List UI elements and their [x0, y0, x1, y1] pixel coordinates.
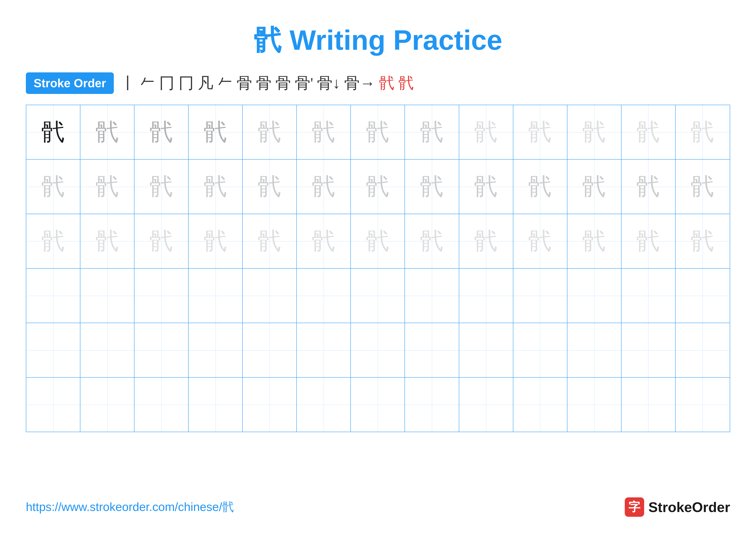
grid-cell-0-11[interactable]: 骮 [622, 105, 676, 159]
grid-cell-4-0[interactable] [26, 323, 80, 377]
grid-cell-4-6[interactable] [351, 323, 405, 377]
grid-cell-4-12[interactable] [676, 323, 730, 377]
grid-cell-2-6[interactable]: 骮 [351, 214, 405, 268]
grid-cell-4-9[interactable] [513, 323, 567, 377]
stroke-step-0: 丨 [120, 73, 136, 93]
grid-cell-3-12[interactable] [676, 268, 730, 323]
grid-cell-0-8[interactable]: 骮 [459, 105, 513, 159]
grid-cell-3-9[interactable] [513, 268, 567, 323]
cell-char-2-1: 骮 [95, 225, 119, 257]
grid-cell-0-0[interactable]: 骮 [26, 105, 80, 159]
cell-char-2-6: 骮 [366, 225, 390, 257]
grid-cell-1-5[interactable]: 骮 [297, 160, 351, 214]
grid-cell-0-6[interactable]: 骮 [351, 105, 405, 159]
grid-cell-1-1[interactable]: 骮 [80, 160, 134, 214]
grid-cell-4-1[interactable] [80, 323, 134, 377]
page: 骮 Writing Practice Stroke Order 丨𠂉冂冂凡𠂉骨骨… [0, 0, 756, 534]
grid-cell-3-4[interactable] [243, 268, 297, 323]
cell-char-0-6: 骮 [366, 116, 390, 148]
grid-cell-0-12[interactable]: 骮 [676, 105, 730, 159]
cell-char-1-10: 骮 [582, 171, 606, 203]
grid-cell-2-12[interactable]: 骮 [676, 214, 730, 268]
stroke-order-badge: Stroke Order [26, 72, 114, 94]
grid-cell-4-4[interactable] [243, 323, 297, 377]
grid-cell-3-2[interactable] [134, 268, 189, 323]
grid-cell-4-11[interactable] [622, 323, 676, 377]
grid-cell-4-10[interactable] [567, 323, 622, 377]
grid-cell-3-10[interactable] [567, 268, 622, 323]
stroke-step-6: 骨 [237, 73, 252, 93]
grid-cell-5-1[interactable] [80, 378, 134, 432]
grid-cell-2-4[interactable]: 骮 [243, 214, 297, 268]
grid-cell-0-4[interactable]: 骮 [243, 105, 297, 159]
grid-cell-2-11[interactable]: 骮 [622, 214, 676, 268]
grid-cell-3-6[interactable] [351, 268, 405, 323]
grid-cell-5-7[interactable] [405, 378, 459, 432]
grid-cell-1-6[interactable]: 骮 [351, 160, 405, 214]
stroke-step-10: 骨↓ [317, 73, 340, 93]
grid-cell-1-4[interactable]: 骮 [243, 160, 297, 214]
grid-cell-1-8[interactable]: 骮 [459, 160, 513, 214]
logo-icon: 字 [625, 497, 644, 517]
grid-cell-1-7[interactable]: 骮 [405, 160, 459, 214]
grid-cell-3-1[interactable] [80, 268, 134, 323]
grid-cell-2-10[interactable]: 骮 [567, 214, 622, 268]
grid-cell-0-7[interactable]: 骮 [405, 105, 459, 159]
grid-cell-0-1[interactable]: 骮 [80, 105, 134, 159]
grid-cell-0-5[interactable]: 骮 [297, 105, 351, 159]
grid-cell-0-2[interactable]: 骮 [134, 105, 189, 159]
grid-cell-5-3[interactable] [189, 378, 243, 432]
grid-cell-5-6[interactable] [351, 378, 405, 432]
grid-cell-1-2[interactable]: 骮 [134, 160, 189, 214]
cell-char-1-2: 骮 [149, 171, 173, 203]
grid-cell-2-0[interactable]: 骮 [26, 214, 80, 268]
grid-cell-4-8[interactable] [459, 323, 513, 377]
grid-cell-0-9[interactable]: 骮 [513, 105, 567, 159]
grid-cell-4-2[interactable] [134, 323, 189, 377]
grid-cell-0-10[interactable]: 骮 [567, 105, 622, 159]
grid-cell-2-7[interactable]: 骮 [405, 214, 459, 268]
grid-cell-2-5[interactable]: 骮 [297, 214, 351, 268]
grid-cell-3-11[interactable] [622, 268, 676, 323]
grid-cell-4-5[interactable] [297, 323, 351, 377]
grid-cell-5-0[interactable] [26, 378, 80, 432]
grid-cell-5-11[interactable] [622, 378, 676, 432]
grid-cell-1-0[interactable]: 骮 [26, 160, 80, 214]
grid-row-0: 骮骮骮骮骮骮骮骮骮骮骮骮骮 [26, 105, 730, 160]
footer-logo: 字 StrokeOrder [625, 497, 730, 517]
grid-cell-3-0[interactable] [26, 268, 80, 323]
grid-cell-2-3[interactable]: 骮 [189, 214, 243, 268]
grid-cell-5-8[interactable] [459, 378, 513, 432]
grid-cell-3-3[interactable] [189, 268, 243, 323]
grid-cell-0-3[interactable]: 骮 [189, 105, 243, 159]
grid-cell-1-3[interactable]: 骮 [189, 160, 243, 214]
grid-cell-5-12[interactable] [676, 378, 730, 432]
grid-cell-1-9[interactable]: 骮 [513, 160, 567, 214]
cell-char-2-5: 骮 [312, 225, 336, 257]
grid-cell-3-8[interactable] [459, 268, 513, 323]
grid-cell-2-9[interactable]: 骮 [513, 214, 567, 268]
grid-cell-1-11[interactable]: 骮 [622, 160, 676, 214]
cell-char-0-12: 骮 [691, 116, 715, 148]
grid-cell-4-7[interactable] [405, 323, 459, 377]
grid-row-1: 骮骮骮骮骮骮骮骮骮骮骮骮骮 [26, 160, 730, 214]
grid-cell-3-5[interactable] [297, 268, 351, 323]
stroke-step-13: 骮 [398, 73, 414, 93]
cell-char-2-4: 骮 [258, 225, 282, 257]
grid-cell-5-2[interactable] [134, 378, 189, 432]
cell-char-0-4: 骮 [258, 116, 282, 148]
grid-cell-4-3[interactable] [189, 323, 243, 377]
cell-char-2-10: 骮 [582, 225, 606, 257]
grid-cell-3-7[interactable] [405, 268, 459, 323]
stroke-step-1: 𠂉 [140, 74, 155, 92]
grid-cell-2-2[interactable]: 骮 [134, 214, 189, 268]
grid-cell-2-8[interactable]: 骮 [459, 214, 513, 268]
grid-cell-5-9[interactable] [513, 378, 567, 432]
grid-cell-2-1[interactable]: 骮 [80, 214, 134, 268]
grid-cell-5-5[interactable] [297, 378, 351, 432]
grid-cell-1-10[interactable]: 骮 [567, 160, 622, 214]
grid-cell-5-4[interactable] [243, 378, 297, 432]
grid-cell-1-12[interactable]: 骮 [676, 160, 730, 214]
grid-cell-5-10[interactable] [567, 378, 622, 432]
stroke-step-4: 凡 [198, 73, 213, 93]
